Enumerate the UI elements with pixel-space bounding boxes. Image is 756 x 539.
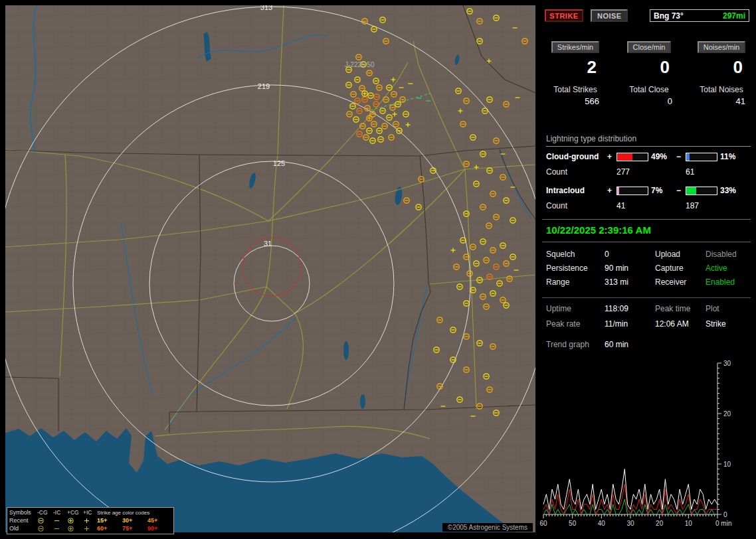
noises-column: Noises/min 0 Total Noises 41 bbox=[692, 41, 751, 106]
legend-age-header: Strike age color codes bbox=[97, 510, 170, 516]
legend-col-neg-cg: -CG bbox=[37, 509, 53, 516]
svg-text:30: 30 bbox=[626, 520, 634, 527]
cloud-ground-count-row: Count 277 61 bbox=[546, 167, 751, 177]
svg-text:10: 10 bbox=[685, 520, 693, 527]
trend-graph-label: Trend graph bbox=[546, 340, 605, 349]
top-indicator-bar: STRIKE NOISE Bng 73° 297mi bbox=[545, 9, 749, 24]
legend-symbols-header: Symbols bbox=[9, 509, 37, 516]
close-per-min-button[interactable]: Close/min bbox=[627, 41, 672, 53]
pos-ic-recent-icon bbox=[83, 517, 97, 524]
svg-text:0: 0 bbox=[723, 511, 727, 518]
datetime-display: 10/22/2025 2:39:16 AM bbox=[546, 224, 651, 236]
count-label: Count bbox=[546, 201, 607, 210]
age-code-15: 15+ bbox=[97, 517, 122, 524]
cg-negative-pct: 11% bbox=[720, 152, 745, 161]
capture-status: Active bbox=[706, 264, 751, 273]
strikes-per-min-button[interactable]: Strikes/min bbox=[551, 41, 599, 53]
distribution-title: Lightning type distribution bbox=[546, 134, 751, 147]
stats-grid: Uptime 118:09 Peak time Plot Peak rate 1… bbox=[546, 304, 751, 329]
squelch-label: Squelch bbox=[546, 250, 605, 259]
total-noises-value: 41 bbox=[692, 96, 751, 106]
bearing-distance: 297mi bbox=[723, 11, 745, 21]
svg-text:60: 60 bbox=[539, 520, 547, 527]
strike-toggle-button[interactable]: STRIKE bbox=[545, 9, 583, 22]
ring-label-219: 219 bbox=[258, 82, 270, 90]
close-per-min-value: 0 bbox=[620, 57, 678, 77]
cg-positive-count: 277 bbox=[616, 167, 651, 177]
plot-label: Plot bbox=[706, 304, 751, 313]
svg-text:20: 20 bbox=[723, 410, 731, 418]
legend-col-pos-cg: +CG bbox=[67, 509, 83, 516]
receiver-status: Enabled bbox=[706, 277, 751, 287]
svg-text:40: 40 bbox=[598, 520, 606, 527]
map-canvas[interactable]: 313 219 125 31 J-2225 50 bbox=[5, 5, 535, 532]
map-area[interactable]: 313 219 125 31 J-2225 50 Symbols -CG -IC… bbox=[5, 5, 535, 532]
ring-label-125: 125 bbox=[273, 159, 285, 167]
pos-ic-old-icon bbox=[83, 525, 97, 532]
neg-cg-old-icon bbox=[37, 525, 53, 532]
neg-cg-recent-icon bbox=[37, 517, 53, 524]
intracloud-label: Intracloud bbox=[546, 186, 607, 195]
persistence-value: 90 min bbox=[605, 264, 655, 273]
ic-positive-pct: 7% bbox=[651, 186, 676, 195]
persistence-label: Persistence bbox=[546, 264, 605, 273]
map-legend: Symbols -CG -IC +CG +IC Strike age color… bbox=[7, 507, 174, 534]
age-code-45: 45+ bbox=[147, 517, 170, 524]
info-panel: STRIKE NOISE Bng 73° 297mi Strikes/min 2… bbox=[539, 5, 753, 534]
divider bbox=[542, 242, 751, 242]
peak-time-value: 12:06 AM bbox=[655, 319, 706, 329]
settings-grid: Squelch 0 Upload Disabled Persistence 90… bbox=[546, 250, 751, 287]
lightning-distribution-section: Lightning type distribution Cloud-ground… bbox=[546, 134, 751, 219]
strikes-per-min-value: 2 bbox=[546, 57, 605, 77]
svg-text:20: 20 bbox=[656, 520, 664, 527]
ic-positive-bar bbox=[616, 187, 648, 195]
plus-sign: + bbox=[607, 186, 616, 195]
cg-negative-count: 61 bbox=[686, 167, 720, 177]
total-close-label: Total Close bbox=[620, 85, 678, 94]
age-code-60: 60+ bbox=[97, 525, 122, 532]
upload-status: Disabled bbox=[706, 250, 751, 259]
bearing-readout: Bng 73° 297mi bbox=[650, 9, 749, 22]
plot-value: Strike bbox=[706, 319, 751, 329]
legend-row-recent-label: Recent bbox=[9, 517, 37, 524]
noise-toggle-button[interactable]: NOISE bbox=[591, 9, 628, 22]
count-label: Count bbox=[546, 167, 607, 177]
neg-ic-recent-icon bbox=[53, 517, 67, 524]
cg-negative-bar bbox=[686, 153, 717, 161]
intracloud-count-row: Count 41 187 bbox=[546, 200, 751, 211]
receiver-label: Receiver bbox=[655, 277, 706, 287]
divider bbox=[542, 219, 751, 220]
pos-cg-old-icon bbox=[67, 525, 83, 532]
svg-text:10: 10 bbox=[723, 461, 731, 468]
minus-sign: − bbox=[676, 186, 686, 195]
legend-col-neg-ic: -IC bbox=[53, 509, 67, 516]
ic-negative-bar bbox=[686, 187, 717, 195]
plus-sign: + bbox=[607, 152, 616, 161]
close-column: Close/min 0 Total Close 0 bbox=[620, 41, 678, 106]
cloud-ground-row: Cloud-ground + 49% − 11% bbox=[546, 151, 751, 162]
age-code-90: 90+ bbox=[147, 525, 170, 532]
trend-graph-row: Trend graph 60 min bbox=[546, 340, 751, 349]
peak-rate-label: Peak rate bbox=[546, 319, 605, 329]
total-noises-label: Total Noises bbox=[692, 85, 751, 94]
noises-per-min-value: 0 bbox=[692, 57, 751, 77]
neg-ic-old-icon bbox=[53, 525, 67, 532]
ring-label-313: 313 bbox=[260, 5, 272, 11]
age-code-30: 30+ bbox=[122, 517, 147, 524]
capture-label: Capture bbox=[655, 264, 706, 273]
storm-cell-label: J-2225 50 bbox=[345, 61, 375, 68]
trend-graph-value: 60 min bbox=[605, 340, 751, 349]
pos-cg-recent-icon bbox=[67, 517, 83, 524]
minus-sign: − bbox=[676, 152, 686, 161]
noises-per-min-button[interactable]: Noises/min bbox=[698, 41, 745, 53]
trend-graph-chart: 30201006050403020100 min bbox=[539, 357, 752, 532]
cloud-ground-label: Cloud-ground bbox=[546, 152, 607, 161]
divider bbox=[542, 297, 751, 298]
svg-text:0 min: 0 min bbox=[715, 520, 731, 527]
range-label: Range bbox=[546, 277, 605, 287]
uptime-value: 118:09 bbox=[605, 304, 655, 313]
ic-positive-count: 41 bbox=[616, 201, 651, 210]
range-value: 313 mi bbox=[605, 277, 655, 287]
ring-label-31: 31 bbox=[264, 240, 272, 248]
bearing-label: Bng 73° bbox=[654, 11, 684, 21]
